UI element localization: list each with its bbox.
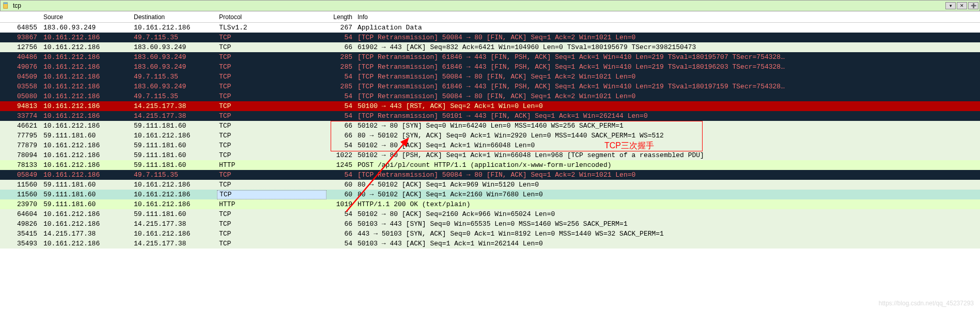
apply-filter-button[interactable]: ➕ [968, 2, 978, 9]
cell-protocol: TCP [217, 34, 326, 41]
packet-row[interactable]: 4907610.161.212.186183.60.93.249TCP285[T… [0, 62, 980, 72]
cell-length: 60 [326, 191, 355, 198]
cell-length: 1245 [326, 161, 355, 169]
filter-bar: ▾ ✕ ➕ [0, 0, 980, 11]
packet-row[interactable]: 0584910.161.212.18649.7.115.35TCP54[TCP … [0, 170, 980, 180]
cell-no: 46621 [0, 122, 41, 130]
cell-destination: 49.7.115.35 [132, 73, 217, 81]
packet-row[interactable]: 6460410.161.212.18659.111.181.60TCP54501… [0, 209, 980, 219]
packet-row[interactable]: 7809410.161.212.18659.111.181.60TCP10225… [0, 150, 980, 160]
packet-row[interactable]: 4048610.161.212.186183.60.93.249TCP285[T… [0, 52, 980, 62]
cell-source: 59.111.181.60 [41, 181, 132, 189]
cell-info: [TCP Retransmission] 50101 → 443 [FIN, A… [355, 112, 980, 120]
cell-source: 10.161.212.186 [41, 92, 132, 100]
cell-info: 50103 → 443 [SYN] Seq=0 Win=65535 Len=0 … [355, 220, 980, 228]
cell-length: 66 [326, 43, 355, 51]
packet-row[interactable]: 9481310.161.212.18614.215.177.38TCP54501… [0, 101, 980, 111]
cell-info: [TCP Retransmission] 50084 → 80 [FIN, AC… [355, 73, 980, 81]
cell-source: 10.161.212.186 [41, 53, 132, 61]
cell-info: Application Data [355, 24, 980, 32]
packet-row[interactable]: 0450910.161.212.18649.7.115.35TCP54[TCP … [0, 72, 980, 82]
cell-destination: 10.161.212.186 [132, 132, 217, 140]
cell-destination: 10.161.212.186 [132, 181, 217, 189]
packet-row[interactable]: 3549310.161.212.18614.215.177.38TCP54501… [0, 239, 980, 249]
cell-protocol: TLSv1.2 [217, 24, 326, 32]
cell-destination: 10.161.212.186 [132, 24, 217, 32]
col-protocol-header[interactable]: Protocol [217, 13, 326, 21]
cell-destination: 183.60.93.249 [132, 43, 217, 51]
col-destination-header[interactable]: Destination [132, 13, 217, 21]
cell-info: POST /api/pl/count HTTP/1.1 (application… [355, 161, 980, 169]
cell-no: 03558 [0, 83, 41, 90]
packet-row[interactable]: 9386710.161.212.18649.7.115.35TCP54[TCP … [0, 33, 980, 42]
cell-source: 183.60.93.249 [41, 24, 132, 32]
cell-length: 54 [326, 142, 355, 149]
cell-no: 23970 [0, 200, 41, 208]
cell-length: 285 [326, 53, 355, 61]
cell-protocol: TCP [217, 53, 326, 61]
cell-source: 10.161.212.186 [41, 210, 132, 218]
packet-row[interactable]: 4662110.161.212.18659.111.181.60TCP66501… [0, 121, 980, 131]
packet-row[interactable]: 7787910.161.212.18659.111.181.60TCP54501… [0, 141, 980, 150]
display-filter-input[interactable] [11, 2, 945, 9]
col-info-header[interactable]: Info [355, 13, 980, 21]
packet-row[interactable]: 64855183.60.93.24910.161.212.186TLSv1.22… [0, 23, 980, 33]
cell-length: 54 [326, 92, 355, 100]
cell-length: 60 [326, 181, 355, 189]
expression-button[interactable]: ▾ [945, 2, 956, 9]
cell-length: 66 [326, 132, 355, 140]
cell-destination: 14.215.177.38 [132, 102, 217, 110]
cell-protocol: TCP [217, 73, 326, 81]
cell-destination: 59.111.181.60 [132, 151, 217, 159]
cell-source: 10.161.212.186 [41, 63, 132, 71]
col-source-header[interactable]: Source [41, 13, 132, 21]
packet-row[interactable]: 3377410.161.212.18614.215.177.38TCP54[TC… [0, 111, 980, 121]
cell-source: 10.161.212.186 [41, 83, 132, 90]
cell-protocol: TCP [217, 102, 326, 110]
packet-row[interactable]: 1275610.161.212.186183.60.93.249TCP66619… [0, 42, 980, 52]
cell-info: 50103 → 443 [ACK] Seq=1 Ack=1 Win=262144… [355, 240, 980, 247]
cell-source: 10.161.212.186 [41, 151, 132, 159]
col-length-header[interactable]: Length [326, 13, 355, 21]
cell-source: 10.161.212.186 [41, 171, 132, 179]
cell-source: 59.111.181.60 [41, 191, 132, 198]
packet-list-header: Source Destination Protocol Length Info [0, 11, 980, 23]
svg-rect-1 [4, 3, 8, 4]
packet-row[interactable]: 7779559.111.181.6010.161.212.186TCP6680 … [0, 131, 980, 141]
packet-list[interactable]: 64855183.60.93.24910.161.212.186TLSv1.22… [0, 23, 980, 249]
cell-info: 61902 → 443 [ACK] Seq=832 Ack=6421 Win=1… [355, 43, 980, 51]
cell-info: 80 → 50102 [ACK] Seq=1 Ack=969 Win=5120 … [355, 181, 980, 189]
packet-row[interactable]: 1156059.111.181.6010.161.212.186TCP6080 … [0, 190, 980, 199]
cell-destination: 183.60.93.249 [132, 53, 217, 61]
cell-info: 50102 → 80 [SYN] Seq=0 Win=64240 Len=0 M… [355, 122, 980, 130]
cell-length: 66 [326, 220, 355, 228]
cell-no: 40486 [0, 53, 41, 61]
packet-row[interactable]: 0508010.161.212.18649.7.115.35TCP54[TCP … [0, 91, 980, 101]
cell-destination: 59.111.181.60 [132, 210, 217, 218]
cell-protocol: HTTP [217, 161, 326, 169]
cell-protocol: TCP [217, 122, 326, 130]
packet-row[interactable]: 4982610.161.212.18614.215.177.38TCP66501… [0, 219, 980, 229]
cell-source: 10.161.212.186 [41, 34, 132, 41]
packet-row[interactable]: 3541514.215.177.3810.161.212.186TCP66443… [0, 229, 980, 239]
cell-info: [TCP Retransmission] 50084 → 80 [FIN, AC… [355, 171, 980, 179]
cell-info: HTTP/1.1 200 OK (text/plain) [355, 200, 980, 208]
cell-no: 64604 [0, 210, 41, 218]
clear-filter-button[interactable]: ✕ [957, 2, 967, 9]
cell-info: [TCP Retransmission] 50084 → 80 [FIN, AC… [355, 34, 980, 41]
packet-row[interactable]: 2397059.111.181.6010.161.212.186HTTP1019… [0, 199, 980, 209]
cell-no: 04509 [0, 73, 41, 81]
cell-destination: 49.7.115.35 [132, 34, 217, 41]
cell-source: 10.161.212.186 [41, 220, 132, 228]
cell-source: 10.161.212.186 [41, 43, 132, 51]
cell-length: 66 [326, 230, 355, 238]
cell-source: 10.161.212.186 [41, 73, 132, 81]
cell-destination: 59.111.181.60 [132, 142, 217, 149]
packet-row[interactable]: 7813310.161.212.18659.111.181.60HTTP1245… [0, 160, 980, 170]
cell-length: 54 [326, 240, 355, 247]
packet-row[interactable]: 0355810.161.212.186183.60.93.249TCP285[T… [0, 82, 980, 91]
packet-row[interactable]: 1156059.111.181.6010.161.212.186TCP6080 … [0, 180, 980, 190]
cell-info: 50102 → 80 [ACK] Seq=1 Ack=1 Win=66048 L… [355, 142, 980, 149]
cell-no: 11560 [0, 191, 41, 198]
cell-protocol: TCP [217, 190, 326, 199]
